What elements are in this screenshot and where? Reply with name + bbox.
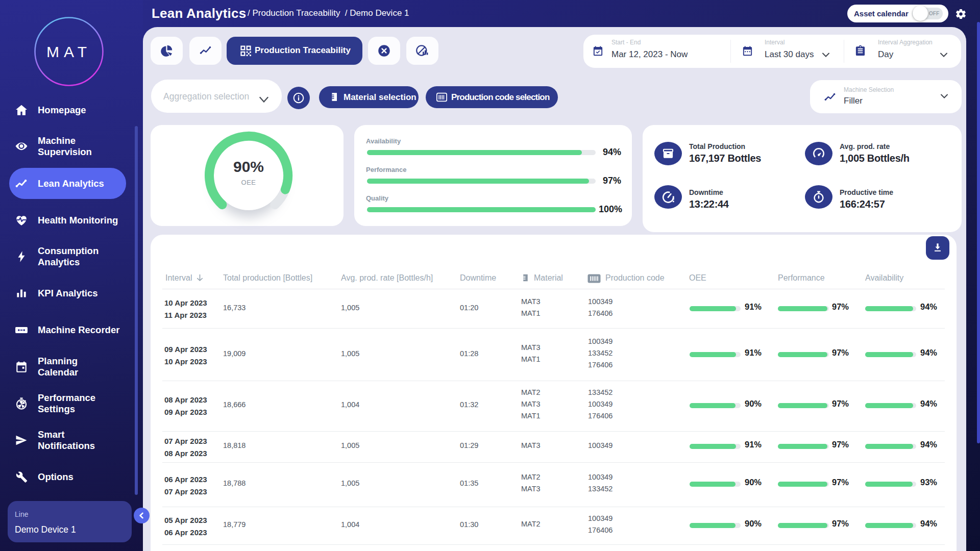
svg-text:MAT: MAT: [46, 43, 91, 60]
